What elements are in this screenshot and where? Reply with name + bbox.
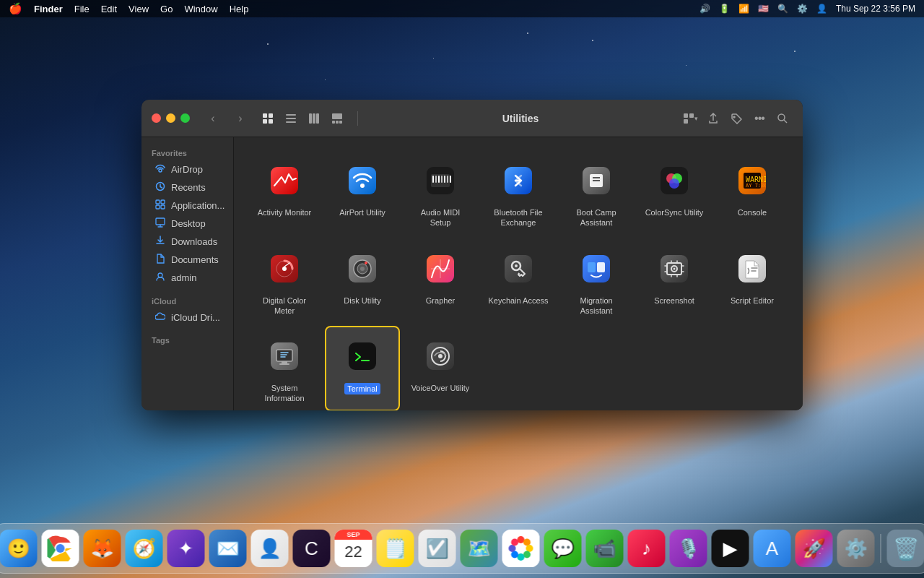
recents-icon [154, 181, 166, 194]
column-view-button[interactable] [304, 108, 324, 129]
sidebar-item-admin[interactable]: admin [144, 269, 230, 287]
app-item-system-information[interactable]: System Information [248, 327, 321, 410]
wifi-icon[interactable]: 📶 [738, 4, 749, 14]
app-item-colorsync-utility[interactable]: ColorSync Utility [638, 152, 710, 234]
dock-icon-trash[interactable]: 🗑️ [887, 530, 925, 567]
app-icon-system-information [261, 333, 308, 379]
app-icon-bluetooth-file-exchange [495, 158, 541, 204]
sidebar-item-desktop[interactable]: Desktop [144, 215, 230, 233]
svg-rect-10 [332, 113, 342, 119]
sidebar-item-recents[interactable]: Recents [144, 178, 230, 197]
menubar-help[interactable]: Help [230, 4, 249, 14]
sidebar-item-documents[interactable]: Documents [144, 251, 230, 269]
dock-icon-photos[interactable] [502, 530, 540, 567]
dock-icon-appletv[interactable]: ▶ [712, 530, 749, 567]
language-icon[interactable]: 🇺🇸 [758, 4, 769, 14]
dock-icon-syspref[interactable]: ⚙️ [837, 530, 875, 567]
dock-icon-mail[interactable]: ✉️ [209, 530, 247, 567]
gallery-view-button[interactable] [327, 108, 347, 129]
dock-icon-caret[interactable]: C [293, 530, 331, 567]
forward-button[interactable]: › [230, 108, 250, 129]
group-button[interactable]: ▾ [680, 108, 700, 129]
list-view-button[interactable] [281, 108, 301, 129]
tag-button[interactable] [726, 108, 746, 129]
sidebar-item-airdrop[interactable]: AirDrop [144, 160, 230, 178]
control-center-icon[interactable]: ⚙️ [797, 4, 808, 14]
svg-rect-25 [161, 205, 165, 209]
svg-text:AY 7:36: AY 7:36 [746, 183, 766, 189]
app-label-migration-assistant: Migration Assistant [566, 296, 627, 316]
menubar-window[interactable]: Window [184, 4, 217, 14]
app-item-script-editor[interactable]: Script Editor [716, 240, 788, 322]
menubar-go[interactable]: Go [160, 4, 173, 14]
admin-icon [154, 272, 166, 284]
svg-rect-34 [435, 176, 437, 183]
app-item-migration-assistant[interactable]: Migration Assistant [560, 240, 632, 322]
app-item-audio-midi-setup[interactable]: Audio MIDI Setup [404, 152, 476, 234]
menubar: 🍎 Finder File Edit View Go Window Help 🔊… [0, 0, 924, 17]
app-item-airport-utility[interactable]: AirPort Utility [326, 152, 398, 234]
spotlight-icon[interactable]: 🔍 [777, 4, 788, 14]
app-item-activity-monitor[interactable]: Activity Monitor [248, 152, 321, 234]
app-icon-script-editor [729, 246, 775, 292]
search-button[interactable] [772, 108, 793, 129]
sidebar-item-applications[interactable]: Application... [144, 197, 230, 215]
dock-icon-siri[interactable]: ✦ [167, 530, 205, 567]
back-button[interactable]: ‹ [203, 108, 223, 129]
dock-icon-appstore[interactable]: A [754, 530, 791, 567]
battery-icon[interactable]: 🔋 [719, 4, 730, 14]
app-item-keychain-access[interactable]: Keychain Access [482, 240, 554, 322]
svg-rect-7 [309, 113, 312, 124]
app-icon-colorsync-utility [651, 158, 697, 204]
app-item-boot-camp-assistant[interactable]: Boot Camp Assistant [560, 152, 632, 234]
user-icon[interactable]: 👤 [816, 4, 827, 14]
app-label-script-editor: Script Editor [731, 296, 774, 306]
finder-toolbar: ‹ › [141, 100, 803, 137]
app-item-console[interactable]: WARNING AY 7:36 Console [716, 152, 788, 234]
app-label-system-information: System Information [254, 383, 315, 404]
app-item-screenshot[interactable]: Screenshot [638, 240, 710, 322]
svg-rect-65 [583, 255, 610, 282]
dock-icon-messages[interactable]: 💬 [544, 530, 582, 567]
dock-icon-chrome[interactable] [42, 530, 79, 567]
dock-icon-finder[interactable]: 🙂 [0, 530, 38, 567]
dock-icon-music[interactable]: ♪ [628, 530, 666, 567]
svg-rect-76 [279, 363, 289, 365]
more-button[interactable]: ••• [749, 108, 770, 129]
menubar-view[interactable]: View [128, 4, 149, 14]
volume-icon[interactable]: 🔊 [699, 4, 710, 14]
app-item-digital-color-meter[interactable]: Digital Color Meter [248, 240, 321, 322]
svg-rect-38 [447, 176, 448, 183]
app-item-bluetooth-file-exchange[interactable]: Bluetooth File Exchange [482, 152, 554, 234]
icloud-icon [154, 311, 166, 323]
dock-icon-notes[interactable]: 🗒️ [377, 530, 414, 567]
maximize-button[interactable] [180, 113, 190, 123]
dock-icon-contacts[interactable]: 👤 [251, 530, 289, 567]
dock-icon-podcasts[interactable]: 🎙️ [670, 530, 707, 567]
app-label-screenshot: Screenshot [654, 296, 694, 306]
sidebar-item-downloads[interactable]: Downloads [144, 233, 230, 251]
svg-point-52 [282, 267, 287, 271]
menubar-file[interactable]: File [74, 4, 90, 14]
app-label-voiceover-utility: VoiceOver Utility [411, 383, 470, 393]
svg-rect-24 [156, 205, 160, 209]
dock-icon-firefox[interactable]: 🦊 [84, 530, 121, 567]
dock-icon-safari[interactable]: 🧭 [126, 530, 163, 567]
menubar-app-name[interactable]: Finder [34, 4, 63, 14]
close-button[interactable] [152, 113, 161, 123]
icon-view-button[interactable] [258, 108, 278, 129]
app-item-disk-utility[interactable]: Disk Utility [326, 240, 398, 322]
dock-icon-reminders[interactable]: ☑️ [419, 530, 456, 567]
menubar-edit[interactable]: Edit [101, 4, 117, 14]
dock-icon-calendar[interactable]: SEP 22 [335, 530, 372, 567]
dock-icon-facetime[interactable]: 📹 [586, 530, 624, 567]
share-button[interactable] [703, 108, 723, 129]
app-item-grapher[interactable]: Grapher [404, 240, 476, 322]
minimize-button[interactable] [166, 113, 175, 123]
dock-icon-launchpad[interactable]: 🚀 [796, 530, 833, 567]
dock-icon-maps[interactable]: 🗺️ [461, 530, 498, 567]
apple-menu[interactable]: 🍎 [9, 2, 22, 15]
app-item-voiceover-utility[interactable]: VoiceOver Utility [404, 327, 476, 410]
app-item-terminal[interactable]: Terminal [326, 327, 398, 410]
sidebar-item-icloud[interactable]: iCloud Dri... [144, 309, 230, 326]
